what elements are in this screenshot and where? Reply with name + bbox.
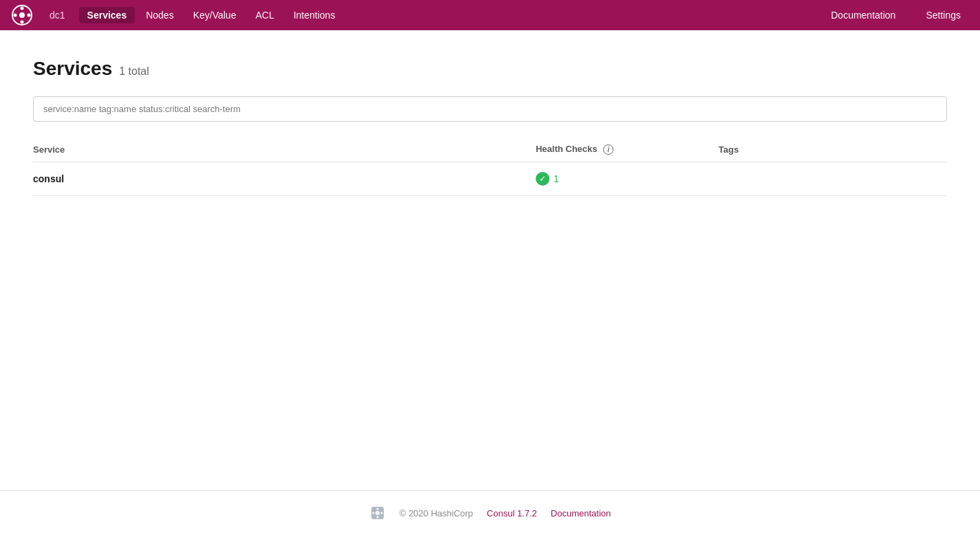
navbar-nav: dc1 Services Nodes Key/Value ACL Intenti… (41, 7, 823, 23)
page-title: Services (33, 58, 112, 80)
svg-point-9 (376, 516, 378, 518)
svg-point-5 (28, 14, 31, 17)
service-name[interactable]: consul (33, 173, 64, 184)
footer-copyright: © 2020 HashiCorp (400, 508, 473, 518)
svg-point-4 (14, 14, 17, 17)
navbar-right: Documentation Settings (823, 7, 969, 23)
footer: © 2020 HashiCorp Consul 1.7.2 Documentat… (0, 490, 980, 535)
svg-point-3 (21, 21, 24, 24)
table-header: Service Health Checks i Tags (33, 138, 947, 162)
navbar-dc-label[interactable]: dc1 (41, 7, 74, 23)
svg-point-11 (380, 512, 382, 514)
services-table: Service Health Checks i Tags consul ✓ (33, 138, 947, 196)
navbar-logo (11, 4, 33, 26)
service-tags (719, 162, 947, 196)
table-body: consul ✓ 1 (33, 162, 947, 196)
footer-version-link[interactable]: Consul 1.7.2 (487, 508, 537, 518)
health-check-cell: ✓ 1 (536, 172, 710, 186)
footer-logo (369, 505, 386, 521)
table-row: consul ✓ 1 (33, 162, 947, 196)
health-check-passing-icon: ✓ (536, 172, 549, 186)
svg-point-1 (19, 12, 25, 18)
nav-item-services[interactable]: Services (79, 7, 135, 23)
footer-doc-link[interactable]: Documentation (551, 508, 611, 518)
nav-item-keyvalue[interactable]: Key/Value (185, 7, 245, 23)
nav-item-nodes[interactable]: Nodes (138, 7, 182, 23)
main-content: Services 1 total Service Health Checks i… (0, 30, 980, 490)
nav-settings-link[interactable]: Settings (917, 7, 969, 23)
health-checks-info-icon[interactable]: i (603, 144, 613, 155)
col-header-service: Service (33, 138, 536, 162)
svg-point-8 (376, 508, 378, 510)
page-header: Services 1 total (33, 58, 947, 80)
svg-point-10 (372, 512, 374, 514)
navbar: dc1 Services Nodes Key/Value ACL Intenti… (0, 0, 980, 30)
nav-item-intentions[interactable]: Intentions (285, 7, 344, 23)
nav-item-acl[interactable]: ACL (247, 7, 282, 23)
col-header-tags: Tags (719, 138, 947, 162)
search-input[interactable] (33, 96, 947, 122)
svg-point-7 (375, 511, 380, 515)
health-check-count[interactable]: 1 (554, 173, 559, 184)
col-header-health-checks: Health Checks i (536, 138, 719, 162)
page-count: 1 total (119, 65, 149, 78)
nav-documentation-link[interactable]: Documentation (823, 7, 904, 23)
svg-point-2 (21, 7, 24, 10)
